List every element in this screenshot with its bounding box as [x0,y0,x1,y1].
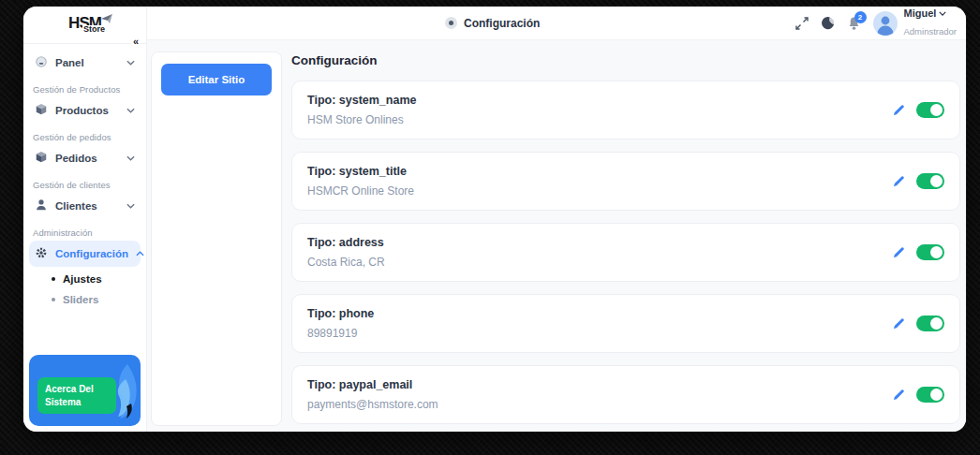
sidebar-item-configuracion[interactable]: Configuración [29,241,141,267]
top-header: Configuración 2 [147,7,966,40]
person-icon [35,198,48,213]
edit-pencil-icon[interactable] [893,246,905,258]
page-title: Configuración [445,17,540,30]
chevron-down-icon [126,60,135,66]
panel-icon [35,55,48,70]
notifications-badge: 2 [854,11,867,23]
setting-label: Tipo: address [307,236,385,249]
setting-toggle-on[interactable] [916,173,944,189]
settings-heading: Configuración [291,53,960,67]
setting-card-phone: Tipo: phone 89891919 [291,294,960,353]
settings-list: Configuración Tipo: system_name HSM Stor… [291,51,962,432]
edit-pencil-icon[interactable] [893,104,905,116]
actions-panel: Editar Sitio [151,51,282,426]
edit-pencil-icon[interactable] [893,317,905,330]
setting-value: HSMCR Online Store [307,184,414,198]
content-area: Editar Sitio Configuración Tipo: system_… [147,40,966,432]
app-window: HSM Store « Panel Gestión de [23,7,966,432]
chevron-down-icon [126,155,135,161]
sidebar-subitem-label: Sliders [63,294,98,305]
setting-toggle-on[interactable] [916,316,944,331]
setting-toggle-on[interactable] [916,102,944,118]
setting-label: Tipo: system_title [307,165,414,178]
sidebar-item-clientes[interactable]: Clientes [29,193,141,219]
main-area: Configuración 2 [147,7,966,432]
section-label-pedidos: Gestión de pedidos [33,132,137,142]
header-actions: 2 Miguel Adminstrador [795,7,958,37]
notifications-bell-icon[interactable]: 2 [847,16,861,31]
about-system-button[interactable]: Acerca Del Sistema [37,377,116,414]
sidebar-subitem-label: Ajustes [63,273,102,285]
user-role: Adminstrador [904,26,958,37]
edit-site-button[interactable]: Editar Sitio [161,64,272,95]
sidebar-item-label: Clientes [55,200,97,212]
setting-value: HSM Store Onlines [307,113,416,126]
sidebar-subitem-ajustes[interactable]: Ajustes [23,269,146,289]
sidebar-item-label: Panel [55,57,84,68]
paper-plane-icon [101,12,113,27]
setting-card-system-title: Tipo: system_title HSMCR Online Store [291,152,960,211]
setting-value: Costa Rica, CR [307,256,385,269]
gear-icon [35,246,48,261]
setting-value: 89891919 [307,327,374,340]
chevron-down-icon [126,203,135,209]
sidebar: HSM Store « Panel Gestión de [23,7,147,432]
sidebar-item-pedidos[interactable]: Pedidos [29,145,141,171]
section-label-clientes: Gestión de clientes [33,180,137,190]
user-name: Miguel [904,7,937,20]
fullscreen-icon[interactable] [795,17,809,30]
setting-card-paypal-email: Tipo: paypal_email payments@hsmstore.com [291,365,960,424]
setting-card-address: Tipo: address Costa Rica, CR [291,223,960,282]
cube-icon [35,151,48,166]
about-system-card: Acerca Del Sistema [29,355,141,426]
setting-value: payments@hsmstore.com [307,398,438,411]
bullet-icon [52,277,55,281]
sidebar-item-productos[interactable]: Productos [29,97,141,124]
chevron-down-icon [126,108,135,113]
logo: HSM Store [23,7,146,37]
edit-pencil-icon[interactable] [893,389,905,401]
setting-label: Tipo: phone [307,307,374,320]
setting-label: Tipo: system_name [307,94,416,107]
sidebar-item-panel[interactable]: Panel [29,50,141,76]
chevron-down-icon [939,11,946,16]
setting-toggle-on[interactable] [916,244,944,260]
section-label-productos: Gestión de Productos [33,84,137,95]
setting-card-system-name: Tipo: system_name HSM Store Onlines [291,81,960,139]
avatar [873,11,898,36]
setting-toggle-on[interactable] [916,387,944,403]
user-menu[interactable]: Miguel Adminstrador [873,7,958,37]
setting-label: Tipo: paypal_email [307,378,438,391]
sidebar-collapse-icon[interactable]: « [131,36,141,47]
bullet-icon [52,298,55,301]
sidebar-subitem-sliders[interactable]: Sliders [23,289,146,310]
sidebar-item-label: Configuración [55,248,128,259]
sidebar-item-label: Pedidos [55,153,97,164]
chevron-up-icon [136,251,144,257]
dark-mode-moon-icon[interactable] [821,16,835,30]
sidebar-divider: « [23,43,146,44]
section-label-administracion: Administración [33,228,137,238]
edit-pencil-icon[interactable] [893,175,905,187]
sidebar-item-label: Productos [55,105,109,116]
cube-icon [35,103,48,118]
page-title-icon [445,17,457,29]
